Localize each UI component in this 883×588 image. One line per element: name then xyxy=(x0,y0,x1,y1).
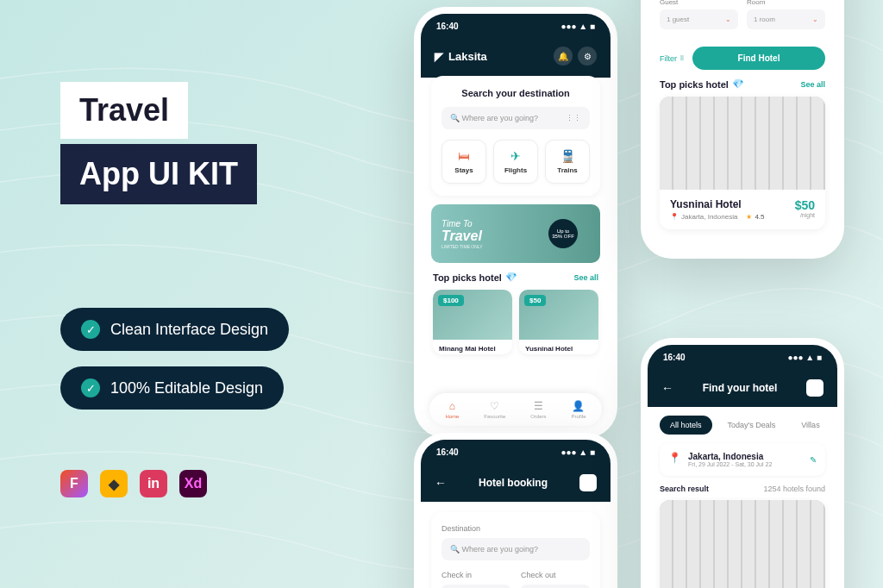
hotel-card[interactable]: $50 Yusninai Hotel xyxy=(519,290,598,354)
app-icons-row: F ◆ in Xd xyxy=(60,470,354,497)
filter-tabs: All hotels Today's Deals Villas Mo xyxy=(648,407,837,443)
status-bar: 16:40 ●●● ▲ ■ xyxy=(421,14,611,38)
gear-icon[interactable]: ⚙ xyxy=(578,47,597,66)
xd-icon: Xd xyxy=(179,470,207,497)
back-arrow-icon[interactable]: ← xyxy=(435,476,447,490)
nav-orders[interactable]: ☰Orders xyxy=(530,400,546,419)
check-icon: ✓ xyxy=(81,378,100,397)
feature-text: Clean Interface Design xyxy=(110,321,268,339)
pin-icon: 📍 xyxy=(668,452,681,464)
check-icon: ✓ xyxy=(81,320,100,339)
status-icons: ●●● ▲ ■ xyxy=(560,22,595,31)
user-icon: 👤 xyxy=(572,400,585,412)
room-dropdown[interactable]: Room 1 room⌄ xyxy=(747,0,825,29)
bed-icon: 🛏 xyxy=(448,149,480,163)
section-title: Top picks hotel 💎 xyxy=(660,78,744,90)
booking-card: Destination 🔍 Where are you going? Check… xyxy=(431,512,600,588)
bell-icon[interactable]: 🔔 xyxy=(554,47,573,66)
hotel-card-large[interactable]: Yusninai Hotel 📍Jakarta, Indonesia ★4.5 … xyxy=(660,500,825,588)
marketing-left-panel: Travel App UI KIT ✓ Clean Interface Desi… xyxy=(60,82,354,497)
phone-search-results: 16:40●●● ▲ ■ ← Find your hotel All hotel… xyxy=(641,338,844,588)
app-header: ◤ Laksita 🔔 ⚙ xyxy=(421,38,611,78)
brand: ◤ Laksita xyxy=(435,50,487,63)
chevron-down-icon: ⌄ xyxy=(725,16,731,23)
list-icon: ☰ xyxy=(534,400,543,412)
bottom-nav: ⌂Home ♡Favourite ☰Orders 👤Profile xyxy=(429,393,602,426)
home-icon: ⌂ xyxy=(449,400,455,412)
map-icon[interactable] xyxy=(579,474,597,491)
hotel-card[interactable]: $100 Minang Mai Hotel xyxy=(433,290,512,354)
discount-badge: Up to 35% OFF xyxy=(548,219,578,248)
feature-pill-2: ✓ 100% Editable Design xyxy=(60,366,284,410)
feature-pill-1: ✓ Clean Interface Design xyxy=(60,308,289,351)
feature-text: 100% Editable Design xyxy=(110,379,263,397)
search-title: Search your destination xyxy=(442,88,590,98)
edit-icon[interactable]: ✎ xyxy=(810,455,817,465)
nav-home[interactable]: ⌂Home xyxy=(445,400,459,419)
nav-favourite[interactable]: ♡Favourite xyxy=(484,400,505,419)
pin-icon: 📍 xyxy=(670,213,679,221)
category-flights[interactable]: ✈ Flights xyxy=(493,140,538,184)
invision-icon: in xyxy=(140,470,167,497)
see-all-link[interactable]: See all xyxy=(573,273,598,282)
checkout-input[interactable]: Sat, 30 Jul 22📅 xyxy=(521,585,590,588)
sliders-icon: ⫴ xyxy=(680,53,684,63)
status-bar: 16:40●●● ▲ ■ xyxy=(648,345,837,369)
category-stays[interactable]: 🛏 Stays xyxy=(442,140,486,184)
tab-all-hotels[interactable]: All hotels xyxy=(660,416,712,435)
search-card: Search your destination 🔍 Where are you … xyxy=(431,76,600,196)
sketch-icon: ◆ xyxy=(100,470,128,497)
train-icon: 🚆 xyxy=(551,149,584,163)
find-hotel-button[interactable]: Find Hotel xyxy=(692,47,825,70)
star-icon: ★ xyxy=(746,213,752,221)
guest-dropdown[interactable]: Guest 1 guest⌄ xyxy=(660,0,738,29)
heart-icon: ♡ xyxy=(490,400,499,412)
brand-name: Laksita xyxy=(448,50,487,63)
phone-filter: Guest 1 guest⌄ Room 1 room⌄ Filter ⫴ Fin… xyxy=(641,0,844,259)
chevron-down-icon: ⌄ xyxy=(812,16,818,23)
promo-banner[interactable]: Time To Travel LIMITED TIME ONLY Up to 3… xyxy=(431,204,600,263)
plane-icon: ✈ xyxy=(499,149,532,163)
send-icon: ◤ xyxy=(435,50,443,63)
see-all-link[interactable]: See all xyxy=(800,80,825,89)
title: Travel xyxy=(60,82,188,139)
phone-home: 16:40 ●●● ▲ ■ ◤ Laksita 🔔 ⚙ Search your … xyxy=(414,7,617,438)
section-title: Top picks hotel 💎 xyxy=(433,272,517,283)
destination-input[interactable]: 🔍 Where are you going? xyxy=(442,538,590,560)
booking-header: ← Hotel booking xyxy=(421,464,611,502)
nav-profile[interactable]: 👤Profile xyxy=(571,400,586,419)
tab-deals[interactable]: Today's Deals xyxy=(717,416,786,435)
figma-icon: F xyxy=(60,470,88,497)
location-card: 📍 Jakarta, Indonesia Fri, 29 Jul 2022 - … xyxy=(660,443,825,476)
category-trains[interactable]: 🚆 Trains xyxy=(545,140,590,184)
filter-icon[interactable]: ⋮⋮ xyxy=(566,114,581,122)
filter-button[interactable]: Filter ⫴ xyxy=(660,53,684,63)
hotel-card-large[interactable]: Yusninai Hotel 📍Jakarta, Indonesia ★4.5 … xyxy=(660,97,825,229)
tab-more[interactable]: Mo xyxy=(836,416,837,435)
search-header: ← Find your hotel xyxy=(648,369,837,407)
time: 16:40 xyxy=(436,22,459,31)
search-input[interactable]: 🔍 Where are you going? ⋮⋮ xyxy=(442,107,590,129)
phone-booking: 16:40●●● ▲ ■ ← Hotel booking Destination… xyxy=(414,433,617,588)
back-arrow-icon[interactable]: ← xyxy=(661,381,673,395)
subtitle: App UI KIT xyxy=(60,144,257,204)
checkin-input[interactable]: Fri, 29 Jul 22📅 xyxy=(442,585,510,588)
tab-villas[interactable]: Villas xyxy=(791,416,830,435)
map-icon[interactable] xyxy=(806,379,824,397)
status-bar: 16:40●●● ▲ ■ xyxy=(421,440,611,464)
